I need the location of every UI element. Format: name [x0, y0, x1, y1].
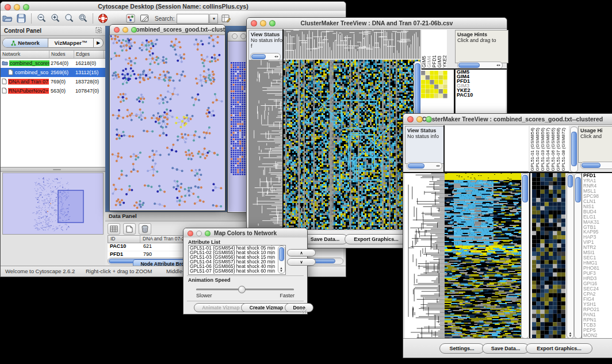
zoom-button[interactable]: [131, 27, 137, 33]
scroll-arrows[interactable]: ◂▸: [436, 163, 441, 167]
animate-vizmap-button[interactable]: Animate Vizmap: [194, 303, 248, 312]
heatmap-main[interactable]: [445, 173, 521, 339]
slider-thumb[interactable]: [238, 286, 246, 293]
float-panel-icon[interactable]: [95, 27, 102, 35]
scroll-thumb[interactable]: [251, 54, 266, 59]
settings-button[interactable]: Settings...: [439, 343, 484, 354]
search-label: Search:: [155, 16, 174, 22]
network-row[interactable]: combined_scores2764(0)16218(0): [1, 59, 105, 68]
network-row[interactable]: combined_sco2569(6)13112(15): [1, 68, 105, 77]
attribute-item[interactable]: GPL51-07 (GSM868) heat shock 60 min: [189, 269, 285, 274]
save-icon[interactable]: [15, 13, 28, 24]
attr-col-id[interactable]: ID: [108, 236, 140, 243]
search-dropdown-arrow[interactable]: ▼: [209, 14, 218, 24]
zoom-button[interactable]: [205, 231, 211, 236]
network-overview-thumbnail[interactable]: [2, 173, 104, 235]
done-button[interactable]: Done: [285, 303, 313, 312]
usage-hints-text: Click and: [580, 133, 612, 139]
close-button[interactable]: [5, 4, 11, 10]
scroll-thumb[interactable]: [571, 132, 577, 166]
select-attributes-icon[interactable]: [108, 223, 120, 235]
titlebar[interactable]: ClusterMaker TreeView : combined_scores_…: [403, 114, 612, 125]
close-button[interactable]: [114, 27, 120, 33]
map-colors-dialog: Map Colors to Network Attribute List GPL…: [183, 228, 308, 315]
zoom-heatmap[interactable]: [421, 71, 447, 98]
minimize-button[interactable]: [14, 4, 20, 10]
titlebar[interactable]: ClusterMaker TreeView : DNA and Tran 07-…: [247, 18, 507, 29]
zoom-fit-icon[interactable]: [63, 13, 75, 24]
tab-network[interactable]: Network: [3, 39, 48, 47]
panel-splitter[interactable]: [1, 167, 105, 172]
usage-hints-hscrollbar[interactable]: ◂▸: [580, 162, 612, 169]
scroll-arrows[interactable]: ◂▸: [274, 54, 279, 58]
close-button[interactable]: [407, 116, 414, 122]
scroll-thumb[interactable]: [582, 163, 600, 168]
close-button[interactable]: [188, 231, 193, 236]
toolbar-separator: [93, 13, 93, 24]
col-nodes[interactable]: Nodes: [49, 51, 74, 58]
column-labels-vscrollbar[interactable]: [570, 127, 578, 173]
zoom-out-icon[interactable]: [35, 13, 48, 24]
heatmap-vscrollbar[interactable]: [521, 173, 529, 339]
minimize-button[interactable]: [260, 20, 266, 26]
export-graphics-button[interactable]: Export Graphics...: [526, 343, 592, 354]
zoom-button[interactable]: [269, 20, 276, 26]
col-edges[interactable]: Edges: [74, 51, 104, 58]
zoom-vscrollbar[interactable]: ▲▼: [567, 173, 574, 339]
open-folder-icon[interactable]: [1, 13, 14, 24]
minimize-button[interactable]: [240, 33, 246, 39]
scroll-thumb[interactable]: [458, 63, 480, 68]
close-button[interactable]: [232, 33, 238, 39]
zoom-button[interactable]: [426, 116, 432, 122]
col-network[interactable]: Network: [1, 51, 49, 58]
scroll-thumb[interactable]: [522, 175, 528, 202]
usage-hints-panel: Usage Hints Click and drag to: [455, 30, 508, 63]
scroll-thumb[interactable]: [408, 163, 424, 168]
network-row[interactable]: DNA and Tran 07769(0)183728(0): [1, 77, 105, 86]
scroll-arrows[interactable]: ◂▸: [496, 63, 501, 67]
new-attribute-icon[interactable]: [123, 223, 136, 235]
tab-overflow-button[interactable]: ▶: [93, 39, 103, 47]
scroll-thumb[interactable]: [575, 177, 581, 202]
move-down-button[interactable]: ∨: [287, 258, 316, 266]
view-status-hscrollbar[interactable]: ◂▸: [407, 162, 442, 170]
close-button[interactable]: [251, 20, 257, 26]
scroll-thumb[interactable]: [279, 247, 284, 261]
scroll-thumb[interactable]: [568, 175, 573, 187]
dialog-titlebar[interactable]: Map Colors to Network: [183, 228, 307, 238]
search-input[interactable]: [177, 14, 209, 24]
row-dendrogram[interactable]: [248, 60, 282, 229]
save-data-button[interactable]: Save Data...: [482, 343, 529, 354]
minimize-button[interactable]: [123, 27, 128, 33]
attribute-listbox[interactable]: GPL51-01 (GSM854) heat shock 05 minGPL51…: [188, 245, 286, 275]
zoom-selected-icon[interactable]: [76, 13, 89, 24]
resize-grip[interactable]: [301, 308, 307, 313]
gene-list-vscrollbar[interactable]: [574, 173, 582, 339]
main-titlebar[interactable]: Cytoscape Desktop (Session Name: collins…: [1, 2, 346, 12]
save-data-button[interactable]: Save Data...: [302, 234, 348, 244]
export-graphics-button[interactable]: Export Graphics...: [345, 234, 408, 244]
attribute-list-vscrollbar[interactable]: ▲▼: [278, 246, 285, 274]
column-dendrogram[interactable]: [284, 30, 420, 59]
network-overview-icon[interactable]: [124, 13, 137, 24]
heatmap-main[interactable]: [284, 60, 420, 229]
scroll-arrows[interactable]: ▲▼: [279, 267, 284, 273]
delete-attribute-icon[interactable]: [139, 223, 151, 235]
minimize-button[interactable]: [416, 116, 423, 122]
zoom-in-icon[interactable]: [49, 13, 62, 24]
network-view-canvas[interactable]: [110, 35, 224, 210]
annotation-icon[interactable]: [138, 13, 151, 24]
scroll-arrows[interactable]: ▲▼: [568, 332, 573, 338]
move-up-button[interactable]: ∧: [287, 249, 316, 256]
minimize-button[interactable]: [196, 231, 202, 236]
zoom-button[interactable]: [23, 4, 29, 10]
titlebar[interactable]: combined_scores_good.txt--cluste...: [110, 25, 225, 35]
zoom-heatmap[interactable]: [532, 173, 565, 339]
edge-count: 183728(0): [74, 79, 104, 85]
help-lifesaver-icon[interactable]: [97, 13, 109, 24]
network-row[interactable]: RNAPuberNov2+563(0)107847(0): [1, 86, 105, 95]
create-vizmap-button[interactable]: Create Vizmap: [241, 303, 292, 312]
attribute-editor-icon[interactable]: [220, 13, 232, 24]
tab-vizmapper[interactable]: VizMapper™: [48, 39, 93, 47]
row-dendrogram[interactable]: [405, 173, 445, 339]
